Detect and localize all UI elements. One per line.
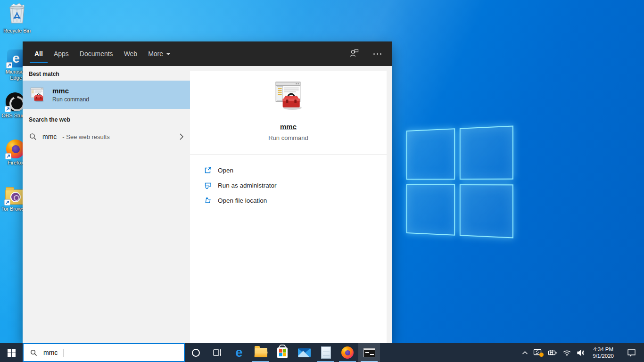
firefox-icon — [341, 346, 354, 359]
firefox-icon — [6, 140, 25, 158]
taskbar: mmc e — [0, 343, 644, 362]
windows-logo — [406, 125, 513, 238]
tray-volume-icon[interactable] — [577, 349, 585, 356]
tab-documents[interactable]: Documents — [75, 41, 118, 66]
tor-browser-icon — [5, 186, 25, 205]
clock-date: 9/1/2020 — [593, 353, 614, 359]
tray-display-sync-icon[interactable] — [533, 349, 543, 356]
taskbar-edge-button[interactable]: e — [228, 343, 250, 362]
shortcut-arrow-icon — [5, 106, 11, 112]
web-query-text: mmc — [42, 133, 57, 140]
windows-logo-pane — [406, 184, 455, 236]
search-results-list: Best match m — [23, 66, 190, 343]
tab-all[interactable]: All — [30, 41, 48, 66]
microsoft-store-icon — [277, 347, 288, 358]
action-open[interactable]: Open — [204, 163, 387, 178]
shortcut-arrow-icon — [4, 199, 10, 206]
task-view-icon — [213, 348, 222, 357]
shortcut-arrow-icon — [6, 62, 12, 68]
chevron-right-icon — [180, 133, 183, 140]
taskbar-mail-button[interactable] — [293, 343, 315, 362]
web-search-suggestion-mmc[interactable]: mmc - See web results — [23, 126, 190, 147]
action-run-as-administrator[interactable]: Run as administrator — [204, 178, 387, 193]
taskbar-clock[interactable]: 4:34 PM 9/1/2020 — [590, 346, 616, 359]
taskbar-notepad-button[interactable] — [315, 343, 337, 362]
search-filter-tabs: All Apps Documents Web More — [30, 41, 175, 66]
tray-power-icon[interactable] — [548, 350, 557, 356]
action-center-button[interactable] — [621, 349, 641, 357]
tray-chevron-up-icon[interactable] — [522, 351, 528, 355]
taskbar-file-explorer-button[interactable] — [250, 343, 272, 362]
search-flyout-panel: All Apps Documents Web More Best match — [23, 41, 392, 343]
tab-apps[interactable]: Apps — [49, 41, 74, 66]
windows-logo-pane — [460, 125, 513, 180]
taskbar-search-input[interactable]: mmc — [23, 343, 185, 362]
tray-wifi-icon[interactable] — [562, 349, 571, 356]
desktop-icon-label: Firefox — [8, 160, 24, 166]
search-icon — [29, 133, 37, 140]
task-view-button[interactable] — [206, 343, 228, 362]
clock-time: 4:34 PM — [593, 346, 614, 353]
web-suffix-text: - See web results — [62, 133, 109, 140]
feedback-account-icon[interactable] — [349, 48, 359, 60]
desktop-icon-label: Recycle Bin — [3, 28, 31, 34]
run-as-admin-icon — [204, 181, 212, 189]
mmc-app-icon-large — [273, 80, 304, 111]
taskbar-cmd-button[interactable] — [358, 343, 380, 362]
windows-logo-pane — [460, 184, 513, 239]
taskbar-firefox-button[interactable] — [337, 343, 358, 362]
recycle-bin-icon — [7, 2, 27, 26]
search-preview-pane: mmc Run command Open — [190, 66, 392, 343]
cortana-icon — [192, 349, 200, 357]
windows-logo-pane — [406, 128, 455, 180]
preview-subtitle: Run command — [268, 134, 308, 141]
mmc-app-icon — [29, 87, 45, 103]
notepad-icon — [321, 346, 331, 359]
taskbar-store-button[interactable] — [272, 343, 293, 362]
chevron-down-icon — [166, 53, 171, 55]
tab-web[interactable]: Web — [119, 41, 142, 66]
best-match-subtitle: Run command — [52, 96, 89, 103]
search-icon — [30, 349, 37, 356]
best-match-title: mmc — [52, 87, 89, 95]
action-open-file-location[interactable]: Open file location — [204, 193, 387, 208]
tab-more[interactable]: More — [143, 41, 175, 66]
file-explorer-icon — [255, 348, 267, 357]
open-icon — [204, 166, 212, 174]
action-center-icon — [627, 349, 636, 357]
obs-studio-icon — [6, 92, 25, 111]
search-web-section-label: Search the web — [29, 116, 190, 123]
preview-actions: Open Run as administrator — [190, 155, 387, 208]
windows-start-icon — [8, 349, 16, 357]
shortcut-arrow-icon — [5, 153, 11, 159]
command-prompt-icon — [363, 348, 375, 357]
notification-badge — [539, 353, 544, 357]
mail-icon — [298, 348, 311, 357]
best-match-section-label: Best match — [29, 71, 190, 77]
preview-title: mmc — [280, 123, 297, 131]
open-file-location-icon — [204, 197, 212, 204]
search-input-value: mmc — [43, 349, 58, 356]
start-button[interactable] — [0, 343, 23, 362]
edge-icon: e — [235, 346, 242, 359]
text-caret — [64, 349, 64, 357]
search-filter-bar: All Apps Documents Web More — [23, 41, 392, 66]
system-tray: 4:34 PM 9/1/2020 — [522, 343, 644, 362]
desktop-icon-recycle-bin[interactable]: Recycle Bin — [2, 2, 32, 34]
best-match-result-mmc[interactable]: mmc Run command — [23, 81, 190, 109]
cortana-button[interactable] — [185, 343, 206, 362]
more-options-icon[interactable] — [372, 50, 383, 58]
